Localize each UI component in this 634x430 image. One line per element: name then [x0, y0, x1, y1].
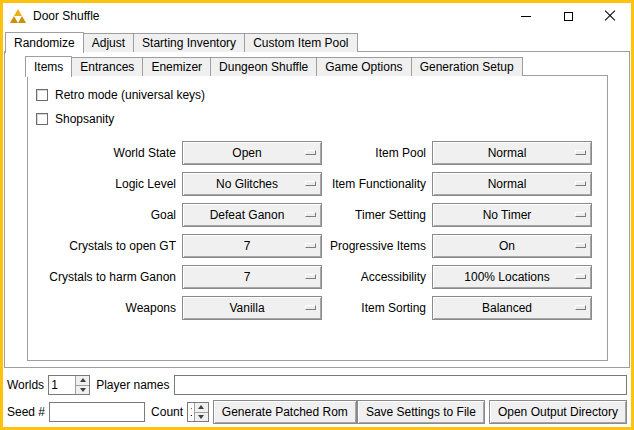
crystals-harm-ganon-label: Crystals to harm Ganon [30, 270, 182, 284]
maximize-icon [564, 12, 573, 21]
item-sorting-dropdown[interactable]: Balanced [432, 296, 592, 320]
world-state-value: Open [232, 146, 271, 160]
tab-starting-inventory[interactable]: Starting Inventory [133, 33, 245, 52]
open-output-directory-button[interactable]: Open Output Directory [489, 400, 627, 424]
item-functionality-label: Item Functionality [322, 177, 432, 191]
close-icon [604, 10, 616, 22]
worlds-stepper-arrows [75, 376, 89, 394]
dropdown-indicator-icon [305, 150, 316, 155]
worlds-up-button[interactable] [76, 376, 89, 385]
accessibility-label: Accessibility [322, 270, 432, 284]
generate-patched-rom-button[interactable]: Generate Patched Rom [213, 400, 357, 424]
accessibility-value: 100% Locations [464, 270, 559, 284]
count-up-button[interactable] [195, 403, 208, 412]
item-functionality-dropdown[interactable]: Normal [432, 172, 592, 196]
dropdown-indicator-icon [305, 243, 316, 248]
item-pool-dropdown[interactable]: Normal [432, 141, 592, 165]
item-functionality-value: Normal [488, 177, 537, 191]
worlds-stepper[interactable] [48, 375, 90, 395]
progressive-items-dropdown[interactable]: On [432, 234, 592, 258]
accessibility-dropdown[interactable]: 100% Locations [432, 265, 592, 289]
progressive-items-label: Progressive Items [322, 239, 432, 253]
tab-entrances[interactable]: Entrances [71, 57, 143, 76]
player-names-input[interactable] [174, 375, 628, 395]
shopsanity-label: Shopsanity [55, 112, 114, 126]
dropdown-indicator-icon [575, 181, 586, 186]
crystals-open-gt-label: Crystals to open GT [30, 239, 182, 253]
count-stepper[interactable] [187, 402, 209, 422]
field-row: Weapons Vanilla Item Sorting Balanced [28, 292, 607, 323]
item-sorting-label: Item Sorting [322, 301, 432, 315]
shopsanity-checkbox[interactable]: Shopsanity [36, 107, 607, 131]
field-grid: World State Open Item Pool Normal Logic … [28, 137, 607, 323]
tab-items[interactable]: Items [25, 56, 72, 77]
items-page: Retro mode (universal keys) Shopsanity W… [27, 75, 608, 361]
worlds-down-button[interactable] [76, 385, 89, 395]
crystals-harm-ganon-value: 7 [244, 270, 261, 284]
dropdown-indicator-icon [575, 274, 586, 279]
dropdown-indicator-icon [575, 150, 586, 155]
arrow-down-icon [80, 388, 86, 392]
worlds-label: Worlds [7, 378, 44, 392]
seed-label: Seed # [7, 405, 45, 419]
dropdown-indicator-icon [575, 243, 586, 248]
arrow-up-icon [80, 378, 86, 382]
count-label: Count [151, 405, 183, 419]
close-button[interactable] [589, 3, 631, 29]
field-row: World State Open Item Pool Normal [28, 137, 607, 168]
tab-game-options[interactable]: Game Options [316, 57, 411, 76]
checkbox-icon [36, 89, 48, 101]
tab-adjust[interactable]: Adjust [83, 33, 134, 52]
timer-setting-value: No Timer [483, 208, 542, 222]
crystals-harm-ganon-dropdown[interactable]: 7 [182, 265, 322, 289]
main-tab-bar: Randomize Adjust Starting Inventory Cust… [5, 31, 357, 52]
multiworld-row: Worlds Player names [7, 374, 627, 396]
retro-mode-label: Retro mode (universal keys) [55, 88, 205, 102]
logic-level-dropdown[interactable]: No Glitches [182, 172, 322, 196]
player-names-label: Player names [96, 378, 169, 392]
tab-dungeon-shuffle[interactable]: Dungeon Shuffle [210, 57, 317, 76]
count-down-button[interactable] [195, 412, 208, 422]
window-title: Door Shuffle [33, 9, 100, 23]
sub-tab-bar: Items Entrances Enemizer Dungeon Shuffle… [25, 55, 522, 76]
minimize-button[interactable] [505, 3, 547, 29]
goal-dropdown[interactable]: Defeat Ganon [182, 203, 322, 227]
world-state-dropdown[interactable]: Open [182, 141, 322, 165]
weapons-value: Vanilla [229, 301, 274, 315]
action-row: Seed # Count Generate Patched Rom Save S… [7, 400, 627, 424]
door-shuffle-window: Door Shuffle Randomize Adjust Starting I… [0, 0, 634, 430]
arrow-up-icon [198, 405, 204, 409]
titlebar: Door Shuffle [3, 3, 631, 29]
tab-randomize[interactable]: Randomize [5, 32, 84, 53]
save-settings-button[interactable]: Save Settings to File [357, 400, 485, 424]
field-row: Goal Defeat Ganon Timer Setting No Timer [28, 199, 607, 230]
worlds-input[interactable] [49, 376, 75, 394]
dropdown-indicator-icon [305, 305, 316, 310]
field-row: Crystals to open GT 7 Progressive Items … [28, 230, 607, 261]
tab-custom-item-pool[interactable]: Custom Item Pool [244, 33, 357, 52]
retro-mode-checkbox[interactable]: Retro mode (universal keys) [36, 83, 607, 107]
goal-value: Defeat Ganon [210, 208, 295, 222]
world-state-label: World State [30, 146, 182, 160]
tab-enemizer[interactable]: Enemizer [142, 57, 211, 76]
dropdown-indicator-icon [305, 274, 316, 279]
dropdown-indicator-icon [305, 181, 316, 186]
item-sorting-value: Balanced [482, 301, 542, 315]
logic-level-value: No Glitches [216, 177, 288, 191]
seed-input[interactable] [49, 402, 145, 422]
randomize-page: Items Entrances Enemizer Dungeon Shuffle… [4, 51, 630, 368]
crystals-open-gt-value: 7 [244, 239, 261, 253]
checkbox-area: Retro mode (universal keys) Shopsanity [28, 76, 607, 131]
dropdown-indicator-icon [305, 212, 316, 217]
weapons-dropdown[interactable]: Vanilla [182, 296, 322, 320]
crystals-open-gt-dropdown[interactable]: 7 [182, 234, 322, 258]
item-pool-value: Normal [488, 146, 537, 160]
dropdown-indicator-icon [575, 305, 586, 310]
dropdown-indicator-icon [575, 212, 586, 217]
timer-setting-label: Timer Setting [322, 208, 432, 222]
maximize-button[interactable] [547, 3, 589, 29]
timer-setting-dropdown[interactable]: No Timer [432, 203, 592, 227]
minimize-icon [521, 16, 531, 17]
tab-generation-setup[interactable]: Generation Setup [411, 57, 523, 76]
weapons-label: Weapons [30, 301, 182, 315]
